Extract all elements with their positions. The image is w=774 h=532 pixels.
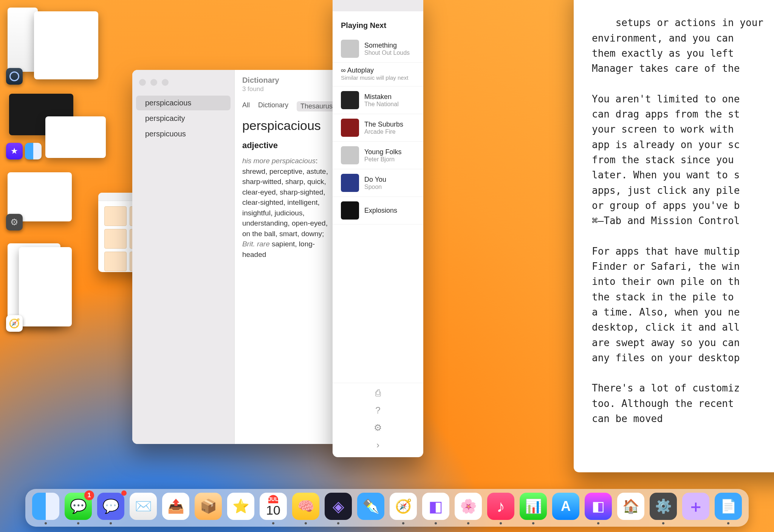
dock-brain-app[interactable] (292, 493, 319, 520)
stage-manager-strip (4, 8, 110, 345)
quicktime-icon (6, 68, 23, 85)
autoplay-section[interactable]: ∞ Autoplay Similar music will play next (333, 63, 423, 87)
track-title: Mistaken (364, 93, 399, 101)
calendar-month: JUL (268, 495, 278, 503)
dock: 1JUL10 (25, 489, 749, 527)
running-indicator (532, 522, 534, 524)
track-title: Do You (364, 176, 386, 184)
album-art (341, 119, 359, 137)
calendar-day: 10 (266, 503, 280, 517)
running-indicator (402, 522, 404, 524)
dock-pages[interactable] (715, 493, 742, 520)
stage-group-2[interactable] (4, 94, 110, 162)
dictionary-tab[interactable]: All (242, 101, 250, 111)
dictionary-tabs: AllDictionaryThesaurus (242, 101, 336, 111)
dock-package[interactable] (195, 493, 222, 520)
track-artist: Arcade Fire (364, 128, 403, 135)
dictionary-main: Dictionary 3 found AllDictionaryThesauru… (235, 70, 344, 444)
track-row[interactable]: Explosions (333, 197, 423, 224)
running-indicator (435, 522, 437, 524)
badge (121, 490, 127, 496)
settings-icon (6, 214, 23, 230)
dictionary-title: Dictionary (242, 76, 336, 85)
autoplay-title: ∞ Autoplay (341, 66, 415, 74)
dock-calendar[interactable]: JUL10 (260, 493, 287, 520)
zoom-icon[interactable] (162, 79, 169, 86)
dictionary-example: his more perspicacious (242, 157, 316, 165)
min-icon[interactable] (150, 79, 157, 86)
music-footer-tools: ⎙ ? ⚙ › (333, 383, 423, 457)
dictionary-count: 3 found (242, 85, 336, 93)
document-body[interactable]: setups or actions in your environment, a… (592, 17, 763, 424)
music-titlebar[interactable] (333, 0, 423, 11)
imovie-icon (6, 143, 23, 159)
dictionary-sidebar: perspicaciousperspicacityperspicuous (132, 70, 235, 444)
dictionary-result-item[interactable]: perspicacity (136, 111, 231, 126)
dictionary-result-item[interactable]: perspicacious (136, 96, 231, 110)
stage-group-4[interactable] (4, 243, 110, 334)
badge: 1 (84, 490, 94, 500)
album-art (341, 91, 359, 109)
running-indicator (662, 522, 664, 524)
dock-shortcuts[interactable] (585, 493, 612, 520)
running-indicator (597, 522, 599, 524)
dock-discord[interactable] (97, 493, 124, 520)
dock-feather-app[interactable] (357, 493, 384, 520)
dock-music[interactable] (487, 493, 514, 520)
stage-group-1[interactable] (4, 8, 110, 83)
running-indicator (727, 522, 729, 524)
dictionary-headword: perspicacious (242, 118, 336, 133)
dock-finder[interactable] (32, 493, 59, 520)
dictionary-definition: his more perspicacious: shrewd, percepti… (242, 156, 336, 260)
dock-messages[interactable]: 1 (65, 493, 92, 520)
running-indicator (272, 522, 274, 524)
dock-mail[interactable] (130, 493, 157, 520)
album-art (341, 174, 359, 192)
running-indicator (77, 522, 79, 524)
dictionary-tab[interactable]: Dictionary (258, 101, 288, 111)
track-title: Young Folks (364, 148, 401, 156)
help-icon[interactable]: ? (375, 405, 380, 416)
dock-photos[interactable] (455, 493, 482, 520)
stage-group-3[interactable] (4, 172, 110, 233)
running-indicator (45, 522, 47, 524)
dock-app-store[interactable] (552, 493, 579, 520)
music-queue-panel[interactable]: Playing Next SomethingShout Out Louds ∞ … (333, 0, 423, 457)
track-artist: Shout Out Louds (364, 49, 410, 56)
running-indicator (337, 522, 339, 524)
dock-freeform[interactable] (682, 493, 709, 520)
track-row[interactable]: MistakenThe National (333, 87, 423, 114)
dictionary-window[interactable]: perspicaciousperspicacityperspicuous Dic… (132, 70, 344, 444)
track-row[interactable]: Young FolksPeter Bjorn (333, 142, 423, 169)
dock-craft[interactable] (422, 493, 449, 520)
track-title: Explosions (364, 207, 397, 215)
track-artist: Spoon (364, 184, 386, 190)
dock-numbers[interactable] (520, 493, 547, 520)
dictionary-result-item[interactable]: perspicuous (136, 127, 231, 141)
track-title: The Suburbs (364, 121, 403, 128)
playing-next-header: Playing Next (333, 14, 423, 35)
textedit-window[interactable]: setups or actions in your environment, a… (574, 0, 774, 472)
running-indicator (305, 522, 307, 524)
running-indicator (110, 522, 112, 524)
window-traffic-lights[interactable] (132, 75, 234, 95)
track-artist: The National (364, 101, 399, 108)
lyrics-icon[interactable]: ⎙ (375, 388, 381, 398)
track-row[interactable]: The SuburbsArcade Fire (333, 114, 423, 142)
track-row[interactable]: SomethingShout Out Louds (333, 35, 423, 63)
dictionary-pos: adjective (242, 141, 336, 150)
dictionary-tab[interactable]: Thesaurus (297, 101, 336, 111)
dock-send[interactable] (162, 493, 189, 520)
chevron-right-icon[interactable]: › (376, 440, 379, 450)
dock-safari[interactable] (390, 493, 417, 520)
track-row[interactable]: Do YouSpoon (333, 169, 423, 197)
dock-star-app[interactable] (227, 493, 254, 520)
dock-home[interactable] (617, 493, 644, 520)
album-art (341, 40, 359, 58)
close-icon[interactable] (139, 79, 146, 86)
running-indicator (500, 522, 502, 524)
dock-system-settings[interactable] (650, 493, 677, 520)
dock-obsidian[interactable] (325, 493, 352, 520)
track-title: Something (364, 42, 410, 49)
gear-icon[interactable]: ⚙ (374, 422, 382, 433)
